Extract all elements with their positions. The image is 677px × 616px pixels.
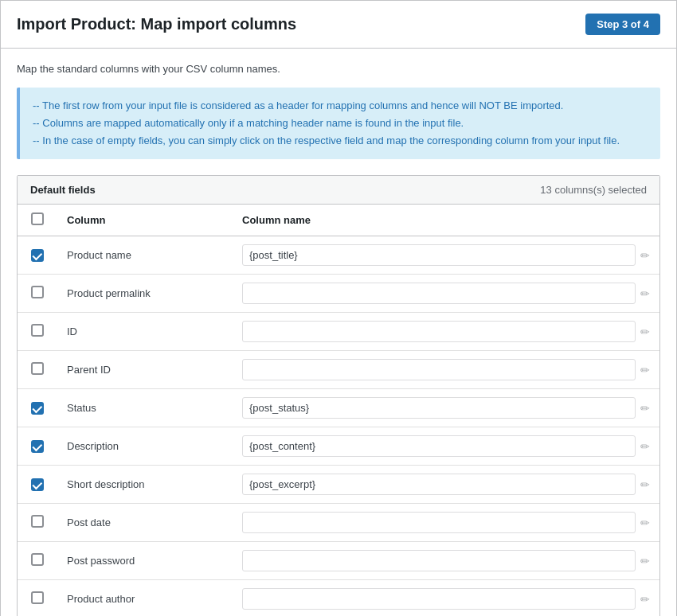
page-header: Import Product: Map import columns Step … [1,1,676,49]
checkbox-post-date[interactable] [31,515,44,528]
edit-icon-status[interactable]: ✏ [640,402,650,415]
description-text: Map the standard columns with your CSV c… [17,63,660,75]
column-name-input-parent-id[interactable] [242,359,636,380]
column-label-short-description: Short description [57,466,233,504]
columns-selected: 13 columns(s) selected [540,184,647,196]
column-value-cell-product-author: ✏ [233,580,659,616]
checkbox-cell-post-date [18,504,57,542]
table-header-bar: Default fields 13 columns(s) selected [18,176,659,205]
column-label-description: Description [57,427,233,466]
checkbox-description[interactable] [31,440,44,453]
info-box: -- The first row from your input file is… [17,88,660,159]
info-line-2: -- Columns are mapped automatically only… [33,115,648,132]
column-name-input-description[interactable] [242,435,636,457]
column-name-input-product-author[interactable] [242,588,636,610]
column-value-cell-post-password: ✏ [233,542,659,580]
edit-icon-short-description[interactable]: ✏ [640,478,650,491]
column-label-product-permalink: Product permalink [57,275,233,313]
edit-icon-product-permalink[interactable]: ✏ [640,287,650,300]
table-row: Post date✏ [18,504,659,542]
col-header-checkbox [18,205,57,236]
edit-icon-post-password[interactable]: ✏ [640,555,650,567]
col-header-column-name: Column name [233,205,659,236]
table-row: Product author✏ [18,580,659,616]
column-label-product-name: Product name [57,236,233,275]
checkbox-cell-status [18,389,57,427]
table-row: Description✏ [18,427,659,466]
section-title: Default fields [30,184,96,196]
column-label-post-password: Post password [57,542,233,580]
checkbox-cell-short-description [18,466,57,504]
edit-icon-post-date[interactable]: ✏ [640,517,650,529]
info-line-1: -- The first row from your input file is… [33,97,648,115]
checkbox-id[interactable] [31,324,44,337]
column-value-cell-post-date: ✏ [233,504,659,542]
column-value-cell-short-description: ✏ [233,466,659,504]
table-header-row: Column Column name [18,205,659,236]
column-label-product-author: Product author [57,580,233,616]
column-name-input-post-password[interactable] [242,550,636,571]
checkbox-cell-product-permalink [18,275,57,313]
column-value-cell-id: ✏ [233,313,659,351]
table-row: ID✏ [18,313,659,351]
table-body: Product name✏Product permalink✏ID✏Parent… [18,236,659,616]
edit-icon-product-author[interactable]: ✏ [640,593,650,606]
select-all-checkbox[interactable] [31,212,44,225]
column-value-cell-status: ✏ [233,389,659,427]
mapping-table: Column Column name Product name✏Product … [18,205,659,616]
checkbox-cell-description [18,427,57,466]
checkbox-cell-id [18,313,57,351]
checkbox-product-name[interactable] [31,249,44,262]
checkbox-parent-id[interactable] [31,362,44,375]
table-row: Product permalink✏ [18,275,659,313]
edit-icon-parent-id[interactable]: ✏ [640,364,650,376]
checkbox-product-author[interactable] [31,591,44,604]
column-name-input-post-date[interactable] [242,512,636,533]
table-row: Parent ID✏ [18,351,659,389]
column-value-cell-product-name: ✏ [233,236,659,275]
page-container: Import Product: Map import columns Step … [0,0,677,616]
checkbox-product-permalink[interactable] [31,286,44,298]
table-row: Short description✏ [18,466,659,504]
column-name-input-product-name[interactable] [242,244,636,266]
column-label-post-date: Post date [57,504,233,542]
checkbox-status[interactable] [31,402,44,415]
column-name-input-status[interactable] [242,397,636,419]
step-badge: Step 3 of 4 [585,14,660,35]
edit-icon-description[interactable]: ✏ [640,440,650,453]
checkbox-cell-post-password [18,542,57,580]
column-label-id: ID [57,313,233,351]
edit-icon-id[interactable]: ✏ [640,326,650,338]
info-line-3: -- In the case of empty fields, you can … [33,132,648,150]
column-name-input-product-permalink[interactable] [242,283,636,304]
edit-icon-product-name[interactable]: ✏ [640,249,650,262]
column-label-parent-id: Parent ID [57,351,233,389]
col-header-column: Column [57,205,233,236]
checkbox-post-password[interactable] [31,553,44,566]
table-row: Status✏ [18,389,659,427]
column-name-input-id[interactable] [242,321,636,342]
table-row: Post password✏ [18,542,659,580]
page-body: Map the standard columns with your CSV c… [1,49,676,616]
table-row: Product name✏ [18,236,659,275]
checkbox-short-description[interactable] [31,478,44,491]
column-name-input-short-description[interactable] [242,474,636,495]
table-container: Default fields 13 columns(s) selected Co… [17,175,660,616]
page-title: Import Product: Map import columns [17,15,296,33]
checkbox-cell-product-author [18,580,57,616]
checkbox-cell-product-name [18,236,57,275]
column-label-status: Status [57,389,233,427]
column-value-cell-product-permalink: ✏ [233,275,659,313]
column-value-cell-parent-id: ✏ [233,351,659,389]
column-value-cell-description: ✏ [233,427,659,466]
checkbox-cell-parent-id [18,351,57,389]
